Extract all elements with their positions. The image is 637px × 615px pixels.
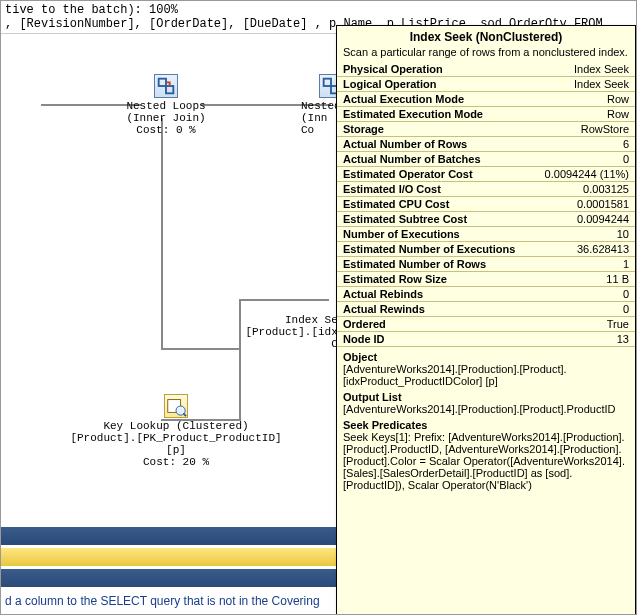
property-value: RowStore [533,122,635,137]
property-value: 11 B [533,272,635,287]
property-name: Number of Executions [337,227,533,242]
property-name: Estimated Operator Cost [337,167,533,182]
property-value: 0.0094244 [533,212,635,227]
sql-line-1: tive to the batch): 100% [5,3,632,17]
section-label: Seek Predicates [343,419,629,431]
property-name: Actual Number of Batches [337,152,533,167]
property-value: 1 [533,257,635,272]
property-name: Node ID [337,332,533,347]
hint-text: d a column to the SELECT query that is n… [5,594,320,608]
bottom-bars [1,524,336,584]
operator-tooltip: Index Seek (NonClustered) Scan a particu… [336,25,636,615]
section-body: [AdventureWorks2014].[Production].[Produ… [343,403,629,415]
property-value: True [533,317,635,332]
decorative-bar [1,569,336,587]
property-name: Logical Operation [337,77,533,92]
property-value: Index Seek [533,62,635,77]
tooltip-property-row: Actual Rebinds0 [337,287,635,302]
decorative-bar [1,548,336,566]
property-name: Ordered [337,317,533,332]
tooltip-property-row: Actual Number of Rows6 [337,137,635,152]
property-value: 6 [533,137,635,152]
property-value: Index Seek [533,77,635,92]
property-name: Actual Rebinds [337,287,533,302]
property-value: 13 [533,332,635,347]
tooltip-property-row: Estimated Number of Executions36.628413 [337,242,635,257]
property-name: Estimated Number of Rows [337,257,533,272]
nested-loops-icon [154,74,178,98]
plan-node-subtitle: [Product].[PK_Product_ProductID] [p] [61,432,291,456]
plan-node-subtitle: [Product].[idxPr [241,326,351,338]
property-name: Estimated Row Size [337,272,533,287]
plan-node-nested-loops[interactable]: Nested Loops (Inner Join) Cost: 0 % [116,74,216,136]
property-value: 0 [533,287,635,302]
tooltip-property-row: Estimated Row Size11 B [337,272,635,287]
tooltip-property-row: Actual Number of Batches0 [337,152,635,167]
property-name: Estimated Subtree Cost [337,212,533,227]
tooltip-property-row: Estimated Subtree Cost0.0094244 [337,212,635,227]
section-label: Object [343,351,629,363]
tooltip-properties-table: Physical OperationIndex SeekLogical Oper… [337,62,635,347]
plan-node-title: Key Lookup (Clustered) [61,420,291,432]
tooltip-property-row: Actual Rewinds0 [337,302,635,317]
tooltip-property-row: OrderedTrue [337,317,635,332]
tooltip-property-row: Node ID13 [337,332,635,347]
tooltip-property-row: Estimated Execution ModeRow [337,107,635,122]
svg-rect-2 [324,79,331,86]
plan-node-cost: Cost: 20 % [61,456,291,468]
svg-rect-1 [166,86,173,93]
tooltip-output-section: Output List [AdventureWorks2014].[Produc… [337,387,635,415]
property-name: Storage [337,122,533,137]
svg-rect-0 [159,79,166,86]
plan-node-cost: Cost: 0 % [116,124,216,136]
plan-node-subtitle: (Inner Join) [116,112,216,124]
tooltip-title: Index Seek (NonClustered) [343,30,629,44]
tooltip-property-row: Physical OperationIndex Seek [337,62,635,77]
property-value: 0.003125 [533,182,635,197]
plan-node-cost: Cos [241,338,351,350]
decorative-bar [1,527,336,545]
plan-node-index-seek[interactable]: Index Seek [Product].[idxPr Cos [241,314,351,350]
property-name: Estimated Number of Executions [337,242,533,257]
plan-node-key-lookup[interactable]: Key Lookup (Clustered) [Product].[PK_Pro… [61,394,291,468]
property-value: 0.0001581 [533,197,635,212]
property-value: 10 [533,227,635,242]
tooltip-seek-section: Seek Predicates Seek Keys[1]: Prefix: [A… [337,415,635,491]
property-name: Physical Operation [337,62,533,77]
property-name: Estimated I/O Cost [337,182,533,197]
plan-node-title: Nested Loops [116,100,216,112]
section-body: Seek Keys[1]: Prefix: [AdventureWorks201… [343,431,629,491]
property-name: Actual Number of Rows [337,137,533,152]
plan-connector [161,118,163,348]
tooltip-object-section: Object [AdventureWorks2014].[Production]… [337,347,635,387]
tooltip-property-row: StorageRowStore [337,122,635,137]
property-name: Estimated CPU Cost [337,197,533,212]
property-value: Row [533,92,635,107]
property-value: 0.0094244 (11%) [533,167,635,182]
section-label: Output List [343,391,629,403]
tooltip-property-row: Estimated I/O Cost0.003125 [337,182,635,197]
property-value: 0 [533,152,635,167]
tooltip-property-row: Logical OperationIndex Seek [337,77,635,92]
tooltip-property-row: Actual Execution ModeRow [337,92,635,107]
tooltip-property-row: Estimated Operator Cost0.0094244 (11%) [337,167,635,182]
property-name: Actual Rewinds [337,302,533,317]
property-name: Actual Execution Mode [337,92,533,107]
key-lookup-icon [164,394,188,418]
plan-connector [161,348,241,350]
svg-line-6 [183,413,186,416]
tooltip-property-row: Estimated CPU Cost0.0001581 [337,197,635,212]
tooltip-description: Scan a particular range of rows from a n… [337,46,635,62]
plan-connector [239,299,329,301]
property-name: Estimated Execution Mode [337,107,533,122]
property-value: 36.628413 [533,242,635,257]
tooltip-property-row: Estimated Number of Rows1 [337,257,635,272]
plan-node-title: Index Seek [241,314,351,326]
tooltip-property-row: Number of Executions10 [337,227,635,242]
section-body: [AdventureWorks2014].[Production].[Produ… [343,363,629,387]
property-value: Row [533,107,635,122]
property-value: 0 [533,302,635,317]
